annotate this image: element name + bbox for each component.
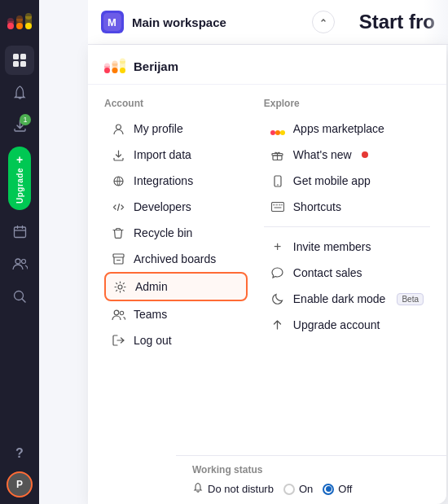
sidebar-item-people[interactable]	[5, 249, 34, 278]
svg-rect-46	[274, 207, 281, 208]
on-label: On	[299, 483, 313, 495]
do-not-disturb-option[interactable]: Do not disturb	[192, 482, 274, 496]
sidebar-item-calendar[interactable]	[5, 217, 34, 246]
menu-item-archived-boards[interactable]: Archived boards	[104, 246, 248, 272]
apps-marketplace-label: Apps marketplace	[293, 122, 384, 135]
radio-selected-dot	[326, 486, 332, 492]
developers-label: Developers	[134, 200, 191, 213]
developers-icon	[111, 199, 125, 214]
menu-item-developers[interactable]: Developers	[104, 194, 248, 220]
svg-point-28	[116, 125, 121, 129]
svg-rect-42	[273, 204, 275, 206]
sidebar-item-home[interactable]	[5, 46, 34, 75]
enable-dark-mode-label: Enable dark mode	[293, 292, 386, 305]
keyboard-icon	[270, 199, 285, 214]
svg-rect-21	[104, 66, 110, 71]
explore-divider	[264, 226, 430, 227]
gear-icon	[112, 279, 127, 294]
gift-icon	[270, 147, 285, 162]
menu-body: Account My profile	[88, 85, 446, 366]
menu-item-my-profile[interactable]: My profile	[104, 116, 248, 142]
svg-text:M: M	[108, 16, 116, 28]
archived-boards-label: Archived boards	[134, 252, 216, 265]
upgrade-label: Upgrade	[15, 168, 24, 204]
plus-icon: +	[270, 239, 285, 254]
invite-members-label: Invite members	[293, 240, 371, 253]
on-radio[interactable]	[283, 484, 295, 495]
menu-item-integrations[interactable]: Integrations	[104, 168, 248, 194]
logout-icon	[111, 333, 125, 348]
menu-item-whats-new[interactable]: What's new	[264, 142, 430, 168]
svg-rect-24	[112, 64, 118, 71]
status-on-option[interactable]: On	[283, 483, 313, 495]
svg-rect-10	[20, 54, 26, 59]
mobile-icon	[270, 173, 285, 188]
contact-sales-label: Contact sales	[293, 266, 362, 279]
menu-item-teams[interactable]: Teams	[104, 301, 248, 327]
get-mobile-app-label: Get mobile app	[293, 174, 371, 187]
import-data-label: Import data	[134, 148, 191, 161]
far-sidebar-bottom: ? P	[5, 439, 34, 497]
whats-new-label: What's new	[293, 148, 352, 161]
account-section-label: Account	[104, 98, 248, 109]
working-status-bar: Working status Do not disturb On	[176, 455, 446, 504]
svg-rect-11	[13, 61, 19, 67]
do-not-disturb-label: Do not disturb	[208, 483, 274, 495]
svg-rect-2	[7, 21, 14, 26]
off-label: Off	[338, 483, 352, 495]
user-avatar[interactable]: P	[7, 471, 33, 497]
bell-icon	[192, 482, 204, 496]
integrations-icon	[111, 173, 125, 188]
trash-icon	[111, 226, 125, 240]
svg-point-32	[114, 310, 119, 315]
my-profile-label: My profile	[134, 122, 183, 135]
app-logo[interactable]	[5, 7, 34, 36]
menu-item-apps-marketplace[interactable]: Apps marketplace	[264, 116, 430, 142]
svg-rect-8	[25, 16, 32, 26]
workspace-chevron-button[interactable]	[312, 11, 335, 33]
upgrade-account-label: Upgrade account	[293, 318, 380, 331]
import-icon	[111, 147, 125, 162]
sidebar-item-search[interactable]	[5, 282, 34, 311]
top-bar: M Main workspace Start fro	[88, 0, 448, 45]
explore-section-label: Explore	[264, 98, 430, 109]
integrations-label: Integrations	[134, 174, 193, 187]
sidebar-item-inbox[interactable]: 1	[5, 111, 34, 140]
svg-point-36	[280, 130, 285, 135]
menu-item-enable-dark-mode[interactable]: Enable dark mode Beta	[264, 286, 430, 312]
svg-rect-43	[275, 204, 278, 206]
teams-label: Teams	[134, 308, 167, 321]
svg-rect-9	[13, 54, 19, 59]
recycle-bin-label: Recycle bin	[134, 226, 192, 239]
teams-icon	[111, 307, 125, 322]
svg-rect-13	[14, 227, 25, 238]
menu-item-shortcuts[interactable]: Shortcuts	[264, 194, 430, 220]
menu-item-import-data[interactable]: Import data	[104, 142, 248, 168]
svg-point-34	[270, 130, 275, 135]
menu-item-recycle-bin[interactable]: Recycle bin	[104, 220, 248, 246]
upgrade-button[interactable]: + Upgrade	[8, 147, 31, 210]
menu-item-log-out[interactable]: Log out	[104, 327, 248, 353]
menu-item-upgrade-account[interactable]: Upgrade account	[264, 312, 430, 338]
whats-new-dot	[362, 151, 368, 158]
menu-item-invite-members[interactable]: + Invite members	[264, 234, 430, 260]
status-off-option[interactable]: Off	[323, 483, 352, 495]
menu-item-get-mobile-app[interactable]: Get mobile app	[264, 168, 430, 194]
svg-point-35	[275, 130, 280, 135]
svg-point-33	[120, 311, 123, 314]
sidebar-item-help[interactable]: ?	[5, 439, 34, 468]
sidebar-item-notifications[interactable]	[5, 78, 34, 107]
inbox-badge: 1	[20, 114, 31, 125]
chat-icon	[270, 265, 285, 280]
person-icon	[111, 121, 125, 136]
svg-rect-12	[20, 61, 26, 67]
account-column: Account My profile	[104, 98, 248, 353]
menu-item-admin[interactable]: Admin	[104, 272, 248, 301]
moon-icon	[270, 291, 285, 306]
menu-item-contact-sales[interactable]: Contact sales	[264, 260, 430, 286]
explore-column: Explore Apps marketplace	[264, 98, 430, 353]
archive-icon	[111, 252, 125, 266]
off-radio[interactable]	[323, 484, 334, 495]
apps-icon	[270, 121, 285, 136]
log-out-label: Log out	[134, 334, 172, 347]
